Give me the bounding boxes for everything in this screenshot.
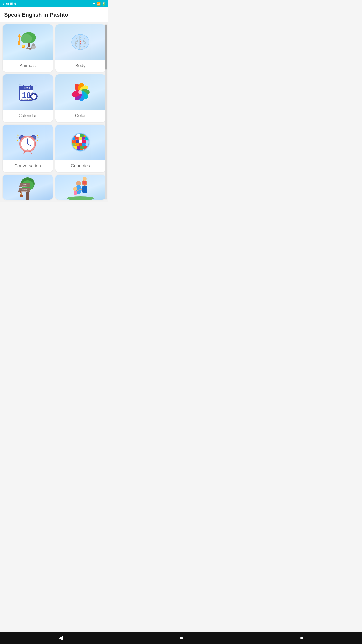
card-calendar-label: Calendar [3,110,53,122]
countries-illustration [67,128,94,156]
card-countries[interactable]: Countries [55,125,106,172]
category-grid: Animals [3,24,106,200]
card-countries-image [55,125,106,160]
family-illustration [67,175,94,200]
wifi-icon: ▼ [92,2,96,6]
svg-rect-87 [82,143,86,146]
card-days-image: Sunday Monday Tuesday Wednesday [3,175,53,200]
card-color-label: Color [55,110,106,122]
card-calendar[interactable]: ✦ ✦ ✦ MARCH 18 [3,74,53,122]
svg-point-117 [83,177,87,181]
signal-icon: 📶 [97,2,101,6]
status-left: 7:55 ▣ ⊗ [3,2,16,6]
card-conversation-label: Conversation [3,160,53,172]
svg-rect-118 [83,181,86,184]
status-bar: 7:55 ▣ ⊗ ▼ 📶 🔋 [0,0,108,7]
sim-icon: ▣ [10,2,13,5]
svg-text:✦: ✦ [19,83,21,86]
svg-rect-18 [80,43,81,44]
svg-point-119 [73,187,77,191]
calendar-illustration: ✦ ✦ ✦ MARCH 18 [14,78,41,106]
card-color-image [55,74,106,110]
svg-text:18: 18 [22,91,31,100]
scroll-wrapper: Animals [3,24,106,200]
card-animals[interactable]: Animals [3,24,53,72]
card-countries-label: Countries [55,160,106,172]
card-body[interactable]: Body [55,24,106,72]
svg-rect-16 [80,39,81,40]
main-content: Animals [0,22,108,202]
svg-rect-20 [80,46,81,47]
days-illustration: Sunday Monday Tuesday Wednesday [14,175,41,200]
svg-line-53 [17,140,18,141]
card-animals-image [3,24,53,60]
svg-rect-19 [80,44,81,45]
card-conversation-image [3,125,53,160]
card-family-image [55,175,106,200]
svg-text:Monday: Monday [22,186,27,187]
svg-rect-90 [80,146,84,149]
svg-line-54 [37,135,38,136]
svg-text:Wednesday: Wednesday [21,191,28,192]
svg-rect-3 [18,41,20,45]
time-display: 7:55 [3,2,9,6]
card-conversation[interactable]: Conversation [3,125,53,172]
svg-point-48 [78,90,82,94]
svg-rect-89 [77,146,80,149]
svg-point-10 [32,43,35,46]
svg-text:WEDNESDAY: WEDNESDAY [21,99,32,101]
card-body-label: Body [55,60,106,72]
svg-text:Tuesday: Tuesday [22,188,27,190]
conversation-illustration [14,128,41,156]
svg-point-12 [29,48,31,50]
svg-rect-15 [80,37,81,38]
svg-point-121 [67,196,94,200]
svg-rect-2 [28,43,30,47]
card-family[interactable] [55,175,106,200]
scrollbar-thumb[interactable] [105,24,107,70]
svg-point-36 [32,93,34,95]
svg-point-112 [20,193,22,195]
svg-line-51 [17,135,18,136]
svg-text:Sunday: Sunday [23,183,27,185]
battery-icon: 🔋 [102,2,106,6]
color-illustration [67,78,94,106]
card-calendar-image: ✦ ✦ ✦ MARCH 18 [3,74,53,110]
svg-text:MARCH: MARCH [24,87,31,89]
svg-point-8 [22,45,25,47]
status-right: ▼ 📶 🔋 [92,2,106,6]
svg-line-56 [37,140,38,141]
scrollbar-track[interactable] [105,24,107,200]
svg-text:✦: ✦ [35,85,37,87]
svg-line-67 [30,151,31,153]
svg-point-5 [18,35,21,38]
card-body-image [55,24,106,60]
body-illustration [67,28,94,56]
page-title: Speak English in Pashto [4,12,104,18]
svg-point-1 [21,34,32,43]
app-header: Speak English in Pashto [0,7,108,22]
card-color[interactable]: Color [55,74,106,122]
animals-illustration [14,28,41,56]
svg-line-66 [24,151,25,153]
card-days[interactable]: Sunday Monday Tuesday Wednesday [3,175,53,200]
card-animals-label: Animals [3,60,53,72]
svg-point-11 [26,47,29,49]
svg-rect-120 [74,191,77,195]
svg-rect-17 [80,41,81,42]
do-not-disturb-icon: ⊗ [14,2,16,5]
svg-rect-114 [82,186,87,193]
svg-rect-4 [19,37,20,41]
svg-point-37 [34,93,36,95]
